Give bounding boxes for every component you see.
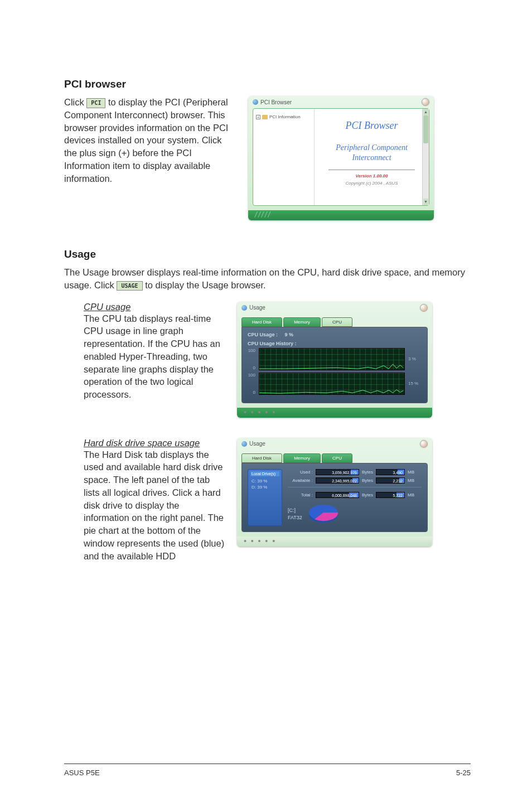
cpu-graph-1 bbox=[259, 348, 405, 370]
hdd-row-total: Total : 6,000,898,048 Bytes 5,722 MB bbox=[288, 492, 422, 498]
window-footer: ///// bbox=[248, 210, 434, 220]
window-footer: • • • • • bbox=[237, 408, 432, 418]
tab-cpu[interactable]: CPU bbox=[322, 317, 352, 327]
window-footer: • • • • • bbox=[237, 537, 432, 547]
usage-intro: The Usage browser displays real-time inf… bbox=[64, 266, 471, 292]
graph-line-2 bbox=[259, 373, 404, 394]
usage-intro-post: to display the Usage browser. bbox=[145, 280, 265, 290]
tab-memory[interactable]: Memory bbox=[283, 453, 321, 463]
tab-memory[interactable]: Memory bbox=[283, 317, 321, 327]
graph-y-axis: 100 0 bbox=[248, 373, 255, 395]
tab-hard-disk[interactable]: Hard Disk bbox=[241, 317, 282, 327]
hdd-row-available: Available : 2,340,995,072 Bytes 2,232 MB bbox=[288, 477, 422, 484]
tab-hard-disk[interactable]: Hard Disk bbox=[241, 453, 282, 463]
divider bbox=[288, 487, 422, 487]
pci-window-title: PCI Browser bbox=[260, 99, 292, 105]
pci-copyright-text: Copyright (c) 2004 , ASUS bbox=[320, 181, 423, 186]
scroll-up-icon[interactable]: ▲ bbox=[423, 109, 428, 115]
globe-icon bbox=[241, 441, 247, 447]
pie-chart bbox=[307, 503, 340, 526]
pci-version-text: Version 1.00.00 bbox=[320, 173, 423, 178]
scrollbar[interactable]: ▲ ▼ bbox=[422, 109, 429, 205]
section-heading-pci: PCI browser bbox=[64, 78, 471, 90]
pci-body-pre: Click bbox=[64, 97, 86, 107]
drives-title: Local Drive(s) bbox=[250, 471, 279, 476]
graph-line-1 bbox=[259, 349, 404, 369]
pci-body-post: to display the PCI (Peripheral Component… bbox=[64, 97, 228, 183]
pci-sidebar: + PCI Information bbox=[253, 109, 315, 205]
pci-tree-item[interactable]: + PCI Information bbox=[256, 114, 311, 119]
usage-cpu-window: Usage Hard Disk Memory CPU CPU Usage : bbox=[237, 302, 432, 418]
usage-icon-badge: USAGE bbox=[117, 281, 142, 291]
footer-page-number: 5-25 bbox=[456, 769, 471, 777]
cpu-usage-label: CPU Usage : 9 % bbox=[248, 332, 422, 337]
cpu-panel: CPU Usage : 9 % CPU Usage History : 100 … bbox=[241, 327, 428, 403]
scroll-thumb[interactable] bbox=[423, 115, 428, 143]
usage-hdd-window: Usage Hard Disk Memory CPU Local Drive(s… bbox=[237, 438, 432, 547]
hdd-usage-title: Hard disk drive space usage bbox=[84, 438, 226, 448]
graph-y-axis: 100 0 bbox=[248, 348, 255, 370]
pci-main-title: PCI Browser bbox=[320, 120, 423, 132]
cpu-usage-body: The CPU tab displays real-time CPU usage… bbox=[84, 312, 226, 401]
globe-icon bbox=[241, 305, 247, 311]
pci-main-pane: PCI Browser Peripheral Component Interco… bbox=[315, 109, 429, 205]
plus-icon[interactable]: + bbox=[256, 115, 260, 119]
folder-icon bbox=[262, 115, 268, 119]
cpu-pct-2: 15 % bbox=[408, 381, 422, 386]
cpu-history-label: CPU Usage History : bbox=[248, 341, 422, 346]
footer-left: ASUS P5E bbox=[64, 769, 100, 777]
usage-titlebar: Usage bbox=[237, 302, 432, 314]
tab-cpu[interactable]: CPU bbox=[322, 453, 352, 463]
drive-item-c[interactable]: C: 39 % bbox=[250, 478, 279, 484]
drive-item-d[interactable]: D: 39 % bbox=[250, 484, 279, 490]
pci-body: Click PCI to display the PCI (Peripheral… bbox=[64, 96, 231, 220]
cpu-usage-value: 9 % bbox=[285, 332, 294, 337]
pci-titlebar: PCI Browser bbox=[248, 96, 434, 108]
pci-main-subtitle: Peripheral Component Interconnect bbox=[320, 143, 423, 163]
drives-panel: Local Drive(s) C: 39 % D: 39 % bbox=[248, 469, 282, 526]
close-icon[interactable] bbox=[420, 440, 428, 448]
usage-hdd-window-title: Usage bbox=[249, 441, 265, 447]
globe-icon bbox=[253, 99, 258, 105]
close-icon[interactable] bbox=[422, 98, 429, 106]
close-icon[interactable] bbox=[420, 304, 428, 312]
hdd-usage-body: The Hard Disk tab displays the used and … bbox=[84, 448, 226, 563]
pie-labels: [C:] FAT32 bbox=[288, 507, 302, 521]
scroll-down-icon[interactable]: ▼ bbox=[423, 199, 428, 205]
pci-browser-window: PCI Browser + PCI Information bbox=[248, 96, 434, 220]
hdd-row-used: Used : 3,659,902,976 Bytes 3,490 MB bbox=[288, 469, 422, 475]
usage-hdd-titlebar: Usage bbox=[237, 438, 432, 450]
cpu-usage-title: CPU usage bbox=[84, 302, 226, 312]
cpu-graph-2 bbox=[259, 373, 405, 395]
pci-tree-label: PCI Information bbox=[269, 114, 301, 119]
page-footer: ASUS P5E 5-25 bbox=[64, 764, 471, 777]
cpu-pct-1: 3 % bbox=[408, 356, 422, 361]
hdd-panel: Local Drive(s) C: 39 % D: 39 % Used : 3,… bbox=[241, 463, 428, 532]
section-heading-usage: Usage bbox=[64, 248, 471, 260]
pci-icon-badge: PCI bbox=[86, 98, 105, 108]
divider bbox=[328, 170, 415, 170]
usage-window-title: Usage bbox=[249, 305, 265, 311]
